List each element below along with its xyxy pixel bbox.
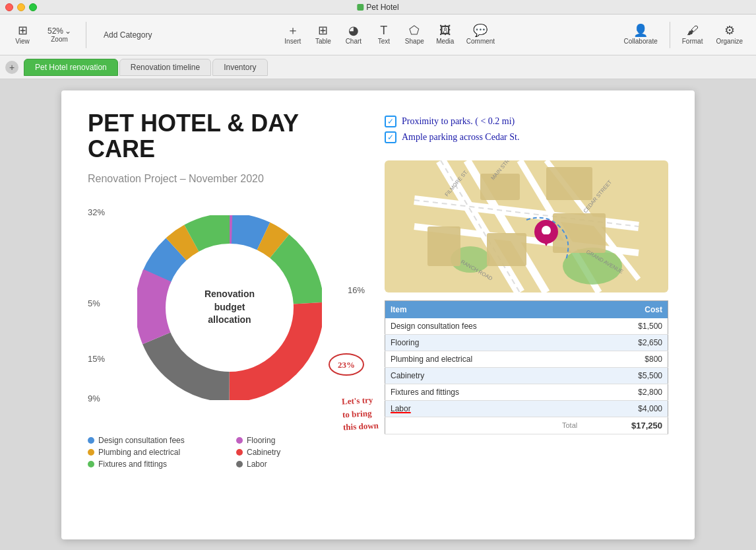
separator-2 [670, 22, 670, 48]
table-row: Flooring $2,650 [385, 334, 668, 351]
title-bar: Pet Hotel [0, 0, 756, 15]
toolbar-center: ＋ Insert ⊞ Table ◕ Chart T Text ⬠ Shape … [278, 22, 500, 48]
toolbar: ⊞ View 52%⌄ Zoom Add Category ＋ Insert ⊞… [0, 15, 756, 55]
add-category-button[interactable]: Add Category [96, 28, 160, 42]
annotation-23-svg: 23% [328, 351, 365, 378]
text-icon: T [380, 24, 387, 36]
table-row-labor: Labor $4,000 [385, 400, 668, 417]
checkbox-2[interactable]: ✓ [385, 131, 396, 143]
table-row: Cabinetry $5,500 [385, 367, 668, 384]
shape-icon: ⬠ [409, 24, 420, 36]
toolbar-left: ⊞ View 52%⌄ Zoom Add Category [8, 22, 160, 48]
close-button[interactable] [5, 3, 13, 11]
text-button[interactable]: T Text [369, 22, 398, 48]
organize-button[interactable]: ⚙ Organize [710, 22, 748, 48]
legend-item-plumbing: Plumbing and electrical [88, 448, 223, 457]
tabs-bar: + Pet Hotel renovation Renovation timeli… [0, 55, 756, 79]
chart-pct-5: 5% [88, 298, 100, 308]
legend-item-flooring: Flooring [236, 436, 371, 445]
chart-center-text: Renovation budgetallocation [190, 288, 269, 327]
view-button[interactable]: ⊞ View [8, 22, 37, 48]
window-title: Pet Hotel [357, 3, 398, 12]
legend-item-design: Design consultation fees [88, 436, 223, 445]
table-button[interactable]: ⊞ Table [309, 22, 338, 48]
tab-renovation-timeline[interactable]: Renovation timeline [119, 59, 211, 76]
chart-pct-32: 32% [88, 207, 105, 217]
table-row: Fixtures and fittings $2,800 [385, 384, 668, 400]
media-icon: 🖼 [439, 24, 451, 36]
chart-pct-9: 9% [88, 394, 100, 403]
table-row: Plumbing and electrical $800 [385, 351, 668, 367]
table-cell-cost: $2,800 [583, 384, 668, 400]
chart-pct-16: 16% [348, 285, 365, 295]
zoom-value: 52%⌄ [47, 26, 71, 36]
chart-pct-15: 15% [88, 354, 105, 364]
media-button[interactable]: 🖼 Media [431, 22, 460, 48]
chart-button[interactable]: ◕ Chart [339, 22, 368, 48]
scribble-annotation: Let's tryto bringthis down [342, 394, 379, 434]
comment-button[interactable]: 💬 Comment [461, 22, 500, 48]
doc-title: PET HOTEL & DAY CARE [88, 110, 371, 162]
svg-rect-15 [553, 213, 606, 253]
legend-dot-flooring [236, 437, 243, 444]
chart-icon: ◕ [348, 24, 359, 36]
checklist: ✓ Proximity to parks. ( < 0.2 mi) ✓ Ampl… [385, 110, 668, 153]
checkbox-1[interactable]: ✓ [385, 116, 396, 127]
table-cell-cost: $1,500 [583, 318, 668, 335]
main-canvas: PET HOTEL & DAY CARE Renovation Project … [0, 79, 756, 550]
legend-item-fixtures: Fixtures and fittings [88, 460, 223, 469]
separator-1 [86, 22, 86, 48]
legend-item-cabinetry: Cabinetry [236, 448, 371, 457]
svg-rect-13 [480, 174, 520, 200]
legend-dot-plumbing [88, 449, 94, 456]
svg-rect-14 [546, 167, 592, 200]
collaborate-button[interactable]: 👤 Collaborate [619, 22, 663, 48]
format-button[interactable]: 🖌 Format [677, 22, 709, 48]
table-cell-item: Plumbing and electrical [385, 351, 583, 367]
legend-dot-fixtures [88, 461, 94, 467]
maximize-button[interactable] [29, 3, 37, 11]
table-icon: ⊞ [318, 24, 328, 36]
check-item-2: ✓ Ample parking across Cedar St. [385, 131, 668, 143]
table-header-item: Item [385, 300, 583, 318]
collaborate-icon: 👤 [633, 24, 648, 36]
title-icon [357, 4, 363, 11]
annotation-23-area: 23% [328, 351, 365, 380]
table-cell-cost-labor: $4,000 [583, 400, 668, 417]
table-cell-item-labor: Labor [385, 400, 583, 417]
minimize-button[interactable] [17, 3, 25, 11]
cost-table[interactable]: Item Cost Design consultation fees $1,50… [385, 300, 668, 434]
toolbar-right: 👤 Collaborate 🖌 Format ⚙ Organize [619, 22, 748, 48]
chart-legend: Design consultation fees Flooring Plumbi… [88, 436, 371, 469]
svg-rect-16 [427, 226, 460, 266]
table-total-label: Total [385, 417, 583, 434]
tab-inventory[interactable]: Inventory [212, 59, 267, 76]
window-controls [5, 3, 37, 11]
legend-dot-labor [236, 461, 243, 467]
tab-pet-hotel-renovation[interactable]: Pet Hotel renovation [24, 59, 118, 76]
map-svg: FILMORE ST. MAIN STREET CEDAR STREET RAN… [385, 160, 668, 292]
shape-button[interactable]: ⬠ Shape [400, 22, 429, 48]
insert-icon: ＋ [287, 24, 299, 36]
donut-chart-container[interactable]: 32% 5% 15% 9% 16% [88, 195, 371, 420]
format-icon: 🖌 [687, 24, 699, 36]
table-header-cost: Cost [583, 300, 668, 318]
zoom-control[interactable]: 52%⌄ Zoom [42, 24, 77, 46]
table-cell-item: Cabinetry [385, 367, 583, 384]
doc-subtitle: Renovation Project – November 2020 [88, 173, 371, 185]
table-cell-item: Flooring [385, 334, 583, 351]
organize-icon: ⚙ [724, 24, 735, 36]
svg-text:23%: 23% [338, 360, 355, 370]
table-cell-cost: $2,650 [583, 334, 668, 351]
svg-point-19 [542, 226, 551, 235]
legend-dot-cabinetry [236, 449, 243, 456]
document-page: PET HOTEL & DAY CARE Renovation Project … [61, 90, 695, 539]
table-cell-cost: $5,500 [583, 367, 668, 384]
map-container[interactable]: FILMORE ST. MAIN STREET CEDAR STREET RAN… [385, 160, 668, 292]
insert-button[interactable]: ＋ Insert [278, 22, 307, 48]
left-column: PET HOTEL & DAY CARE Renovation Project … [88, 110, 371, 520]
svg-rect-17 [487, 233, 526, 266]
add-tab-button[interactable]: + [5, 61, 18, 74]
table-row: Design consultation fees $1,500 [385, 318, 668, 335]
comment-icon: 💬 [473, 24, 488, 36]
